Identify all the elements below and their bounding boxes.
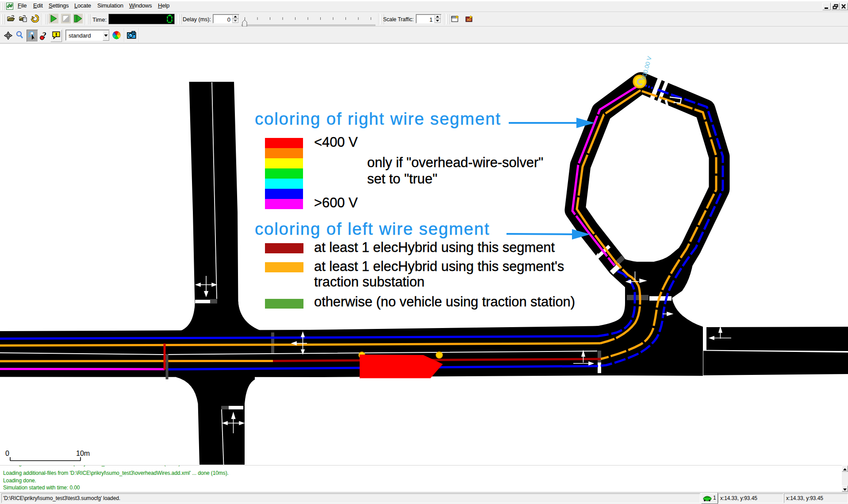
svg-text:3D: 3D	[467, 18, 471, 22]
svg-text:10m: 10m	[76, 450, 90, 457]
svg-text:0: 0	[5, 450, 9, 457]
